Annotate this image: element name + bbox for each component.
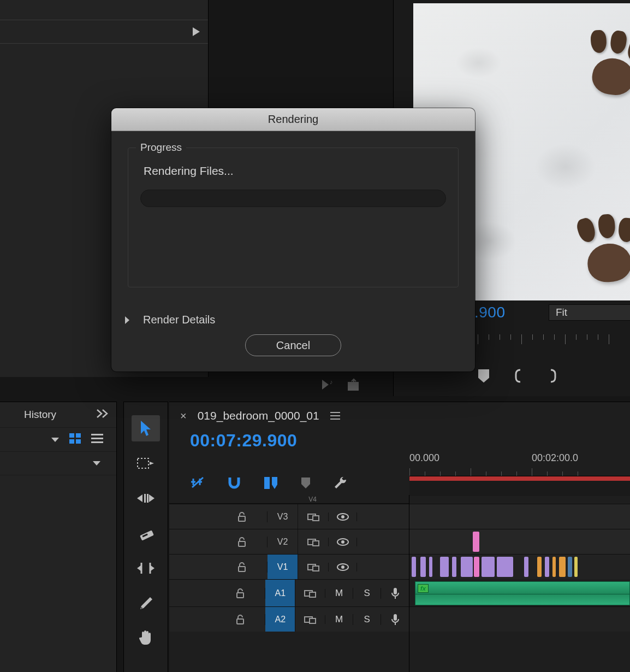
svg-marker-13 xyxy=(141,421,151,436)
render-bar xyxy=(409,476,630,481)
mute-toggle[interactable]: M xyxy=(325,588,353,599)
hand-tool[interactable] xyxy=(132,625,160,651)
sync-lock-icon[interactable] xyxy=(298,563,329,571)
track-label[interactable]: A1 xyxy=(265,580,295,606)
clip[interactable] xyxy=(559,557,566,577)
svg-rect-40 xyxy=(239,567,245,571)
clip[interactable] xyxy=(474,557,479,577)
marker-add-icon[interactable] xyxy=(300,476,311,490)
clip[interactable] xyxy=(412,557,416,577)
lock-icon[interactable] xyxy=(216,562,268,573)
svg-marker-24 xyxy=(137,565,141,571)
clip[interactable] xyxy=(574,557,578,577)
sync-lock-icon[interactable] xyxy=(298,512,329,521)
chevron-right-icon xyxy=(124,316,130,325)
track-content-v1[interactable] xyxy=(409,554,630,579)
clip[interactable] xyxy=(552,557,556,577)
marker-icon[interactable] xyxy=(478,369,490,383)
track-label[interactable]: V3 xyxy=(268,504,298,529)
history-tab[interactable]: History xyxy=(24,409,56,421)
sequence-name[interactable]: 019_bedroom_0000_01 xyxy=(198,409,319,422)
play-triangle-icon[interactable] xyxy=(192,27,200,37)
lock-icon[interactable] xyxy=(215,614,265,625)
track-content-v2[interactable] xyxy=(409,529,630,554)
ruler-label: 00:02:00.0 xyxy=(532,452,578,464)
collapse-panel-icon[interactable] xyxy=(96,409,110,421)
dropdown-icon[interactable] xyxy=(51,435,60,445)
sync-lock-icon[interactable] xyxy=(295,589,325,598)
track-label[interactable]: A2 xyxy=(265,607,295,632)
dropdown-icon[interactable] xyxy=(92,458,101,468)
tracks-content[interactable]: fx xyxy=(409,495,630,672)
audio-clip[interactable]: fx xyxy=(415,581,630,605)
program-timecode[interactable]: .900 xyxy=(474,304,506,321)
razor-tool[interactable] xyxy=(132,520,160,546)
track-label[interactable]: V1 xyxy=(268,555,298,579)
svg-rect-8 xyxy=(76,439,81,444)
timeline-ruler[interactable]: 00.000 00:02:00.0 xyxy=(409,450,630,476)
voice-over-icon[interactable] xyxy=(381,587,409,599)
track-row-v2[interactable]: V2 xyxy=(169,529,409,554)
export-frame-icon[interactable] xyxy=(347,378,361,393)
mute-toggle[interactable]: M xyxy=(325,614,353,625)
solo-toggle[interactable]: S xyxy=(353,588,381,599)
clip[interactable] xyxy=(497,557,513,577)
clip[interactable] xyxy=(524,557,528,577)
clip[interactable] xyxy=(420,557,426,577)
render-details-toggle[interactable]: Render Details xyxy=(124,314,215,326)
close-tab-icon[interactable]: × xyxy=(180,410,187,422)
sync-lock-icon[interactable] xyxy=(295,615,325,624)
track-content-a2[interactable] xyxy=(409,606,630,632)
clip[interactable] xyxy=(429,557,432,577)
clip[interactable] xyxy=(440,557,449,577)
clip[interactable] xyxy=(568,557,572,577)
track-select-tool[interactable] xyxy=(132,450,160,476)
in-bracket-icon[interactable] xyxy=(514,369,524,383)
track-label[interactable]: V2 xyxy=(268,529,298,554)
zoom-level-select[interactable]: Fit xyxy=(549,304,630,321)
sync-lock-icon[interactable] xyxy=(298,538,329,546)
svg-marker-15 xyxy=(150,462,154,465)
lock-icon[interactable] xyxy=(216,537,268,547)
lock-icon[interactable] xyxy=(215,588,265,599)
linked-selection-icon[interactable] xyxy=(263,476,278,490)
timeline-timecode[interactable]: 00:07:29.900 xyxy=(169,431,630,451)
eye-toggle-icon[interactable] xyxy=(329,538,357,546)
breadcrumb-bar xyxy=(0,20,208,44)
timeline-track-area[interactable]: 00.000 00:02:00.0 xyxy=(409,450,630,672)
program-ruler[interactable] xyxy=(476,334,630,351)
slip-tool[interactable] xyxy=(132,555,160,581)
rendering-dialog: Rendering Progress Rendering Files... Re… xyxy=(111,108,475,372)
insert-sequence-icon[interactable] xyxy=(190,476,205,490)
clip[interactable] xyxy=(537,557,542,577)
eye-toggle-icon[interactable] xyxy=(329,512,357,521)
clip[interactable] xyxy=(482,557,495,577)
clip[interactable] xyxy=(473,532,479,552)
track-row-a1[interactable]: A1 M S xyxy=(169,579,409,606)
snap-icon[interactable] xyxy=(227,475,241,491)
clip[interactable] xyxy=(545,557,549,577)
lock-icon[interactable] xyxy=(216,511,268,522)
ripple-edit-tool[interactable] xyxy=(132,485,160,511)
fx-badge[interactable]: fx xyxy=(418,584,429,593)
svg-rect-49 xyxy=(237,619,243,624)
clip[interactable] xyxy=(452,557,456,577)
panel-menu-icon[interactable] xyxy=(330,412,340,420)
solo-toggle[interactable]: S xyxy=(353,614,381,625)
cancel-button[interactable]: Cancel xyxy=(245,334,341,356)
svg-marker-16 xyxy=(137,494,142,502)
track-row-v3[interactable]: V3 xyxy=(169,504,409,529)
grid-view-icon[interactable] xyxy=(69,433,81,446)
voice-over-icon[interactable] xyxy=(381,614,409,626)
play-insert-icon[interactable]: ♪ xyxy=(321,379,336,393)
clip[interactable] xyxy=(461,557,473,577)
track-content-v3[interactable] xyxy=(409,504,630,529)
selection-tool[interactable] xyxy=(132,415,160,441)
pen-tool[interactable] xyxy=(132,590,160,616)
eye-toggle-icon[interactable] xyxy=(329,563,357,571)
out-bracket-icon[interactable] xyxy=(548,369,557,383)
track-row-a2[interactable]: A2 M S xyxy=(169,606,409,632)
track-row-v1[interactable]: V1 xyxy=(169,554,409,579)
list-view-icon[interactable] xyxy=(91,434,103,446)
wrench-settings-icon[interactable] xyxy=(333,475,348,491)
